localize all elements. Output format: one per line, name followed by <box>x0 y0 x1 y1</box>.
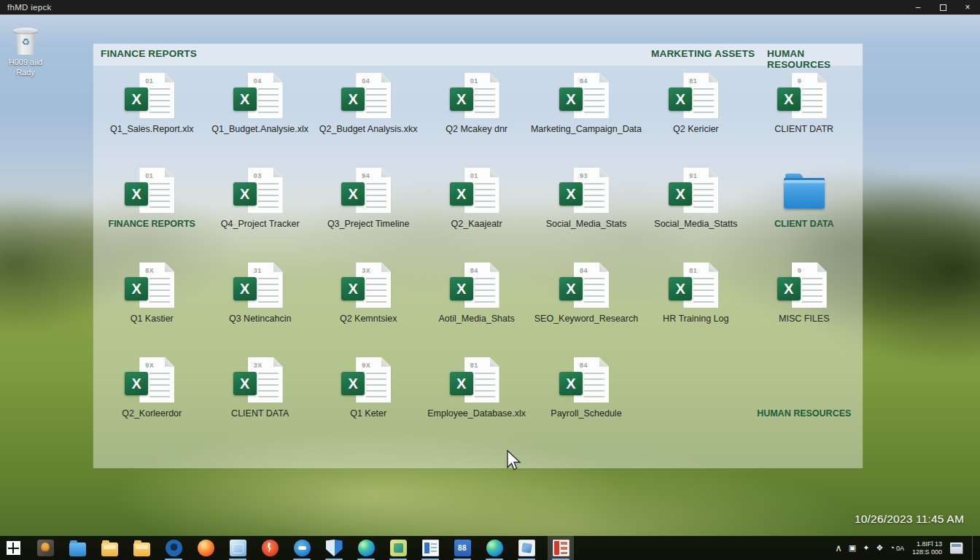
excel-file-icon: 84X <box>558 357 615 404</box>
icon-label: Q3_Preject Timeline <box>327 219 410 230</box>
skype-app[interactable] <box>291 536 313 560</box>
icon-label: Q2 Kemntsiex <box>340 314 397 324</box>
desktop-icon-q2-kaajeatr[interactable]: 01XQ2_Kaajeatr <box>422 160 530 255</box>
desktop-icon-q2-budget-analysis-xkx[interactable]: 04XQ2_Budget Analysis.xkx <box>314 66 422 160</box>
desktop-icon-aotil-media-shats[interactable]: 84XAotil_Media_Shats <box>422 255 530 350</box>
page-lines <box>366 183 386 208</box>
desktop-icon-client-datr[interactable]: 9XCLIENT DATR <box>750 66 858 160</box>
excel-file-icon: 31X <box>232 262 289 309</box>
page-tag: 9X <box>362 362 370 369</box>
chevron-up-icon[interactable]: ∧ <box>835 543 842 553</box>
desktop-icon-client-data[interactable]: CLIENT DATA <box>750 160 858 255</box>
icon-label: Q3 Netincahcin <box>229 314 291 324</box>
desktop-icon-social-media-statts[interactable]: 91XSocial_Media_Statts <box>642 160 750 255</box>
desktop-icon-q1-kastier[interactable]: 8XXQ1 Kastier <box>98 255 206 350</box>
desktop-panel: FINANCE REPORTS MARKETING ASSETS HUMAN R… <box>93 44 863 468</box>
browser-orange-app-icon <box>198 540 214 556</box>
desktop-icon-human-resources[interactable]: HUMAN RESOURCES <box>750 350 858 445</box>
browser-orange-app[interactable] <box>195 536 217 560</box>
excel-x-badge: X <box>450 372 473 395</box>
page-fold <box>381 73 391 82</box>
desktop-icon-q3-netincahcin[interactable]: 31XQ3 Netincahcin <box>206 255 314 350</box>
desktop-icon-hr-training-log[interactable]: 81XHR Training Log <box>642 255 750 350</box>
start-button[interactable] <box>2 536 24 560</box>
browser-blue-app[interactable] <box>163 536 184 560</box>
excel-active-app[interactable] <box>548 536 574 560</box>
document-app[interactable] <box>419 536 441 560</box>
display-icon[interactable]: ▣ <box>849 544 856 552</box>
system-tray: ∧ ▣ ✦ ❖ ◔ 0A 1.8IFl 13 128:S 000 <box>835 536 980 560</box>
desktop-icon-payroll-schedule[interactable]: 84XPayroll_Schedule <box>531 350 642 445</box>
taskbar: 88 ∧ ▣ ✦ ❖ ◔ 0A 1.8IFl 13 128:S 000 <box>0 536 980 560</box>
page-tag: 01 <box>470 77 478 85</box>
page-lines <box>149 373 170 397</box>
store-app[interactable]: 88 <box>451 536 473 560</box>
desktop-icon-q3-preject-timeline[interactable]: 94XQ3_Preject Timeline <box>314 160 422 255</box>
desktop-icon-employee-database-xlx[interactable]: 81XEmployee_Database.xlx <box>422 350 530 445</box>
sync-clock-icon[interactable]: ◔ 0A <box>890 544 904 552</box>
icon-label: CLIENT DATA <box>231 409 289 419</box>
desktop-icon-social-media-stats[interactable]: 93XSocial_Media_Stats <box>531 160 642 255</box>
desktop-icon-q4-project-tracker[interactable]: 03XQ4_Project Tracker <box>206 160 314 255</box>
file-explorer[interactable] <box>66 536 88 560</box>
close-button[interactable]: × <box>955 0 980 15</box>
desktop-icon-q2-mcakey-dnr[interactable]: 01XQ2 Mcakey dnr <box>422 66 530 160</box>
excel-x-badge: X <box>125 372 148 395</box>
desktop-icon-finance-reports[interactable]: 01XFINANCE REPORTS <box>98 160 206 255</box>
edge-browser-2[interactable] <box>483 536 505 560</box>
desktop-icon-client-data[interactable]: 3XXCLIENT DATA <box>206 350 314 445</box>
excel-x-badge: X <box>669 88 692 111</box>
file-explorer-icon <box>69 542 86 556</box>
desktop-icon-q1-keter[interactable]: 9XXQ1 Keter <box>314 350 422 445</box>
desktop-icon-seo-keyword-research[interactable]: 84XSEO_Keyword_Research <box>531 255 642 350</box>
desktop-icon-q1-sales-report-xlx[interactable]: 01XQ1_Sales.Report.xlx <box>98 66 206 160</box>
page-lines <box>149 183 170 208</box>
page-fold <box>165 262 174 272</box>
excel-file-icon: 84X <box>558 262 615 309</box>
page-tag: 91 <box>689 172 697 179</box>
desktop-icon-q2-kericier[interactable]: 81XQ2 Kericier <box>642 66 750 160</box>
page-fold <box>165 168 174 177</box>
red-badge-app[interactable] <box>259 536 281 560</box>
maximize-button[interactable] <box>930 0 955 15</box>
page-lines <box>366 88 386 113</box>
desktop-icon-misc-files[interactable]: 9XMISC FILES <box>750 255 858 350</box>
icon-label: Social_Media_Stats <box>546 219 626 230</box>
recycle-bin-label: H009 aiid Rady <box>3 58 48 78</box>
notification-center-icon[interactable] <box>950 542 962 553</box>
desktop-icon-q2-korleerdor[interactable]: 9XXQ2_Korleerdor <box>98 350 206 445</box>
excel-file-icon: 91X <box>667 168 724 214</box>
people-icon[interactable]: ❖ <box>876 544 883 552</box>
defender-app[interactable] <box>323 536 345 560</box>
desktop-clock: 10/26/2023 11:45 AM <box>855 513 964 526</box>
icon-label: Payroll_Schedule <box>551 409 621 419</box>
desktop-icon-q1-budget-analysie-xlx[interactable]: 04XQ1_Budget.Analysie.xlx <box>206 66 314 160</box>
icon-label: Marketing_Campaign_Data <box>531 125 642 135</box>
minimize-button[interactable]: – <box>906 0 930 15</box>
recycle-bin-icon[interactable]: ♻ H009 aiid Rady <box>3 28 48 78</box>
cube-app[interactable] <box>227 536 249 560</box>
desktop-icon-q2-kemntsiex[interactable]: 3XXQ2 Kemntsiex <box>314 255 422 350</box>
hands-icon[interactable]: ✦ <box>863 544 869 552</box>
desktop[interactable]: ♻ H009 aiid Rady FINANCE REPORTS MARKETI… <box>0 15 980 536</box>
page-lines <box>475 373 495 397</box>
edge-browser[interactable] <box>355 536 377 560</box>
excel-file-icon: 3XX <box>232 357 289 404</box>
icon-label: Q1_Sales.Report.xlx <box>110 125 194 135</box>
folder-app-1[interactable] <box>98 536 120 560</box>
desktop-icon-marketing-campaign-data[interactable]: 84XMarketing_Campaign_Data <box>531 66 642 160</box>
tray-clock[interactable]: 1.8IFl 13 128:S 000 <box>912 540 942 556</box>
page-fold <box>381 262 391 272</box>
section-header-marketing: MARKETING ASSETS <box>651 48 755 59</box>
folder-app-2[interactable] <box>131 536 152 560</box>
user-app[interactable] <box>34 536 56 560</box>
page-lines <box>584 373 604 397</box>
page-lines <box>475 183 495 208</box>
tile-app[interactable] <box>516 536 537 560</box>
icon-label: Q1 Keter <box>350 409 386 419</box>
page-lines <box>366 278 386 303</box>
icon-label: SEO_Keyword_Research <box>534 314 638 324</box>
lime-app[interactable] <box>387 536 409 560</box>
folder-app-1-icon <box>101 542 118 556</box>
show-desktop-button[interactable] <box>972 536 976 560</box>
